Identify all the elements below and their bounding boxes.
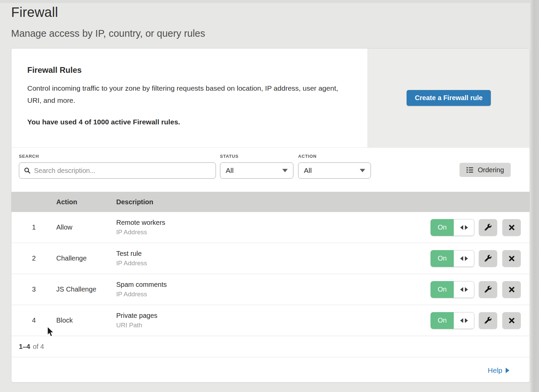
arrow-right-icon bbox=[465, 318, 468, 323]
rule-description-cell: Test rule IP Address bbox=[116, 250, 431, 267]
wrench-icon bbox=[484, 286, 492, 293]
card-footer: Help bbox=[11, 357, 530, 383]
create-firewall-rule-button[interactable]: Create a Firewall rule bbox=[407, 90, 490, 106]
pagination-suffix: of 4 bbox=[33, 343, 44, 351]
chevron-down-icon bbox=[282, 169, 288, 172]
status-filter-group: STATUS All bbox=[220, 154, 293, 179]
ordering-wrap: Ordering bbox=[459, 154, 511, 177]
action-filter-group: ACTION All bbox=[298, 154, 371, 179]
edit-rule-button[interactable] bbox=[479, 312, 497, 329]
table-row: 3 JS Challenge Spam comments IP Address … bbox=[11, 274, 530, 305]
rule-controls: On bbox=[431, 250, 530, 267]
action-column-header: Action bbox=[56, 198, 116, 206]
arrow-right-icon bbox=[506, 368, 509, 373]
toggle-on-button[interactable]: On bbox=[431, 219, 454, 236]
page-header: Firewall Manage access by IP, country, o… bbox=[0, 0, 539, 39]
toggle-on-button[interactable]: On bbox=[431, 312, 454, 329]
delete-rule-button[interactable] bbox=[502, 312, 521, 329]
pagination-range: 1–4 bbox=[19, 343, 30, 351]
action-select[interactable]: All bbox=[298, 162, 371, 179]
close-icon bbox=[509, 224, 515, 231]
arrow-left-icon bbox=[460, 318, 463, 323]
rule-match-type: URI Path bbox=[116, 322, 431, 329]
edit-rule-button[interactable] bbox=[479, 250, 497, 267]
status-select[interactable]: All bbox=[220, 162, 293, 179]
chevron-down-icon bbox=[360, 169, 365, 172]
rule-priority: 1 bbox=[11, 223, 56, 231]
rule-controls: On bbox=[431, 281, 530, 298]
delete-rule-button[interactable] bbox=[502, 281, 521, 298]
edit-rule-button[interactable] bbox=[479, 281, 497, 298]
overview-section: Firewall Rules Control incoming traffic … bbox=[11, 49, 530, 148]
window-top-edge bbox=[0, 0, 539, 3]
rule-description: Spam comments bbox=[116, 281, 431, 289]
toggle-handle[interactable] bbox=[454, 250, 474, 267]
search-icon bbox=[24, 167, 31, 174]
wrench-icon bbox=[484, 255, 492, 262]
description-column-header: Description bbox=[116, 198, 530, 206]
help-link-label: Help bbox=[488, 366, 502, 374]
ordering-button-label: Ordering bbox=[478, 166, 504, 174]
close-icon bbox=[509, 287, 515, 293]
page-subtitle: Manage access by IP, country, or query r… bbox=[11, 28, 539, 39]
action-selected-value: All bbox=[304, 167, 312, 175]
rule-toggle: On bbox=[431, 219, 474, 236]
list-ordering-icon bbox=[466, 167, 474, 173]
status-selected-value: All bbox=[226, 167, 233, 175]
rule-action: Allow bbox=[56, 223, 116, 231]
rule-match-type: IP Address bbox=[116, 260, 431, 267]
rule-toggle: On bbox=[431, 250, 474, 267]
rule-description: Test rule bbox=[116, 250, 431, 258]
delete-rule-button[interactable] bbox=[502, 250, 521, 267]
create-rule-panel: Create a Firewall rule bbox=[368, 49, 530, 147]
wrench-icon bbox=[484, 317, 492, 324]
table-row: 4 Block Private pages URI Path On bbox=[11, 305, 530, 336]
window-right-edge bbox=[530, 0, 539, 392]
arrow-left-icon bbox=[460, 225, 463, 230]
overview-description: Control incoming traffic to your zone by… bbox=[27, 82, 347, 107]
close-icon bbox=[509, 255, 515, 262]
status-label: STATUS bbox=[220, 154, 293, 159]
rule-description-cell: Private pages URI Path bbox=[116, 312, 431, 329]
arrow-left-icon bbox=[460, 256, 463, 261]
filters-bar: SEARCH STATUS All ACTION All bbox=[11, 148, 530, 192]
arrow-left-icon bbox=[460, 287, 463, 292]
rule-description: Remote workers bbox=[116, 219, 431, 227]
rule-toggle: On bbox=[431, 281, 474, 298]
table-header: Action Description bbox=[11, 192, 530, 212]
table-row: 2 Challenge Test rule IP Address On bbox=[11, 243, 530, 274]
rule-match-type: IP Address bbox=[116, 291, 431, 298]
ordering-button[interactable]: Ordering bbox=[459, 163, 511, 177]
search-input[interactable] bbox=[34, 167, 211, 175]
rule-controls: On bbox=[431, 219, 530, 236]
rule-priority: 4 bbox=[11, 316, 56, 324]
edit-rule-button[interactable] bbox=[479, 219, 497, 236]
search-filter-group: SEARCH bbox=[19, 154, 216, 179]
wrench-icon bbox=[484, 224, 492, 231]
delete-rule-button[interactable] bbox=[502, 219, 521, 236]
toggle-on-button[interactable]: On bbox=[431, 250, 454, 267]
action-label: ACTION bbox=[298, 154, 371, 159]
toggle-handle[interactable] bbox=[454, 219, 474, 236]
toggle-handle[interactable] bbox=[454, 312, 474, 329]
help-link[interactable]: Help bbox=[488, 366, 509, 374]
close-icon bbox=[509, 318, 515, 324]
rule-match-type: IP Address bbox=[116, 229, 431, 236]
rule-priority: 2 bbox=[11, 254, 56, 262]
pagination: 1–4 of 4 bbox=[11, 336, 530, 357]
rule-description-cell: Remote workers IP Address bbox=[116, 219, 431, 236]
rule-controls: On bbox=[431, 312, 530, 329]
rule-toggle: On bbox=[431, 312, 474, 329]
rule-priority: 3 bbox=[11, 285, 56, 293]
overview-text-panel: Firewall Rules Control incoming traffic … bbox=[11, 49, 368, 147]
search-box[interactable] bbox=[19, 162, 216, 179]
overview-heading: Firewall Rules bbox=[27, 65, 347, 75]
rule-action: Challenge bbox=[56, 254, 116, 262]
usage-summary: You have used 4 of 1000 active Firewall … bbox=[27, 118, 347, 126]
firewall-rules-card: Firewall Rules Control incoming traffic … bbox=[11, 48, 530, 383]
arrow-right-icon bbox=[465, 287, 468, 292]
toggle-handle[interactable] bbox=[454, 281, 474, 298]
toggle-on-button[interactable]: On bbox=[431, 281, 454, 298]
arrow-right-icon bbox=[465, 256, 468, 261]
rule-action: Block bbox=[56, 316, 116, 324]
